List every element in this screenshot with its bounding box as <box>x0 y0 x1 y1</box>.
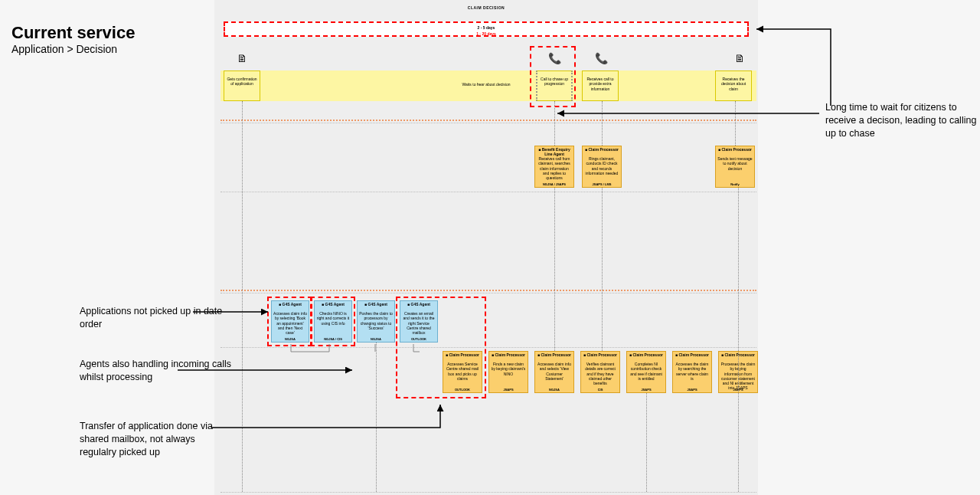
guide-line <box>220 290 756 291</box>
flow-line <box>602 188 603 351</box>
card-footer: JSAPS <box>489 388 528 392</box>
flow-line <box>376 343 377 492</box>
timeline-normal: 2 - 5 days <box>478 25 495 30</box>
flow-line <box>735 101 736 146</box>
guide-line <box>220 492 756 493</box>
role-label: Claim Processor <box>716 147 754 152</box>
flow-line <box>646 393 647 492</box>
annotation: Agents also handling incoming calls whil… <box>80 358 233 384</box>
card-footer: NGJSA <box>272 337 309 341</box>
card-footer: JSAPS <box>627 388 665 392</box>
citizen-step: Receives call to provide extra informati… <box>582 70 619 101</box>
role-label: Claim Processor <box>443 352 482 357</box>
role-label: Claim Processor <box>489 352 528 357</box>
card-body: Accesses Service Centre shared mail box … <box>445 362 480 381</box>
breadcrumb: Application > Decision <box>11 43 117 55</box>
flow-line <box>738 188 739 492</box>
card-body: Finds a new claim by keying claimant's N… <box>491 362 526 376</box>
card-footer: NGJSA / CIS <box>315 337 351 341</box>
document-icon: 🗎 <box>236 52 248 64</box>
role-label: G4S Agent <box>315 302 351 307</box>
phase-label: CLAIM DECISION <box>224 3 749 12</box>
card-body: Rings claimant, conducts ID check and re… <box>584 156 619 175</box>
phone-icon: 📞 <box>548 52 560 64</box>
role-label: G4S Agent <box>400 302 437 307</box>
actor-card-g4s: G4S Agent Accesses claim info by selecti… <box>271 300 309 343</box>
card-footer: JSAPS <box>673 388 711 392</box>
actor-card-cp: Claim Processor Accesses claim info and … <box>534 351 574 393</box>
citizen-step: Waits to hear about decision <box>440 77 532 92</box>
card-footer: OUTLOOK <box>400 337 437 341</box>
annotation: Long time to wait for citizens to receiv… <box>825 101 978 140</box>
guide-line <box>220 120 756 121</box>
card-body: Checks NINO is right and corrects it usi… <box>316 311 350 326</box>
card-footer: NGJSA <box>535 388 573 392</box>
role-label: Claim Processor <box>673 352 711 357</box>
card-footer: NGJSA / JSAPS <box>535 182 573 186</box>
flow-line <box>602 101 603 146</box>
card-body: Creates an email and sends it to the rig… <box>402 311 436 335</box>
role-label: Benefit Enquiry Line Agent <box>535 147 573 157</box>
annotation: Transfer of application done via shared … <box>80 420 233 459</box>
card-footer: Notify <box>716 182 754 186</box>
card-footer: CIS <box>581 388 619 392</box>
actor-card-bel: Benefit Enquiry Line Agent Receives call… <box>534 146 574 188</box>
role-label: G4S Agent <box>272 302 309 307</box>
actor-card-cp: Claim Processor Finds a new claim by key… <box>488 351 528 393</box>
actor-card-g4s: G4S Agent Creates an email and sends it … <box>400 300 438 343</box>
card-body: Accesses the claim by searching the serv… <box>675 362 710 381</box>
document-icon: 🗎 <box>733 52 746 64</box>
flow-line <box>554 188 555 351</box>
citizen-step-chase: Call to chase up progression <box>536 70 573 101</box>
flow-line <box>554 101 555 146</box>
card-footer: NGJSA <box>358 337 394 341</box>
guide-line <box>220 347 756 348</box>
role-label: Claim Processor <box>583 147 621 152</box>
actor-card-g4s: G4S Agent Pushes the claim to processors… <box>357 300 395 343</box>
timeline-bar: 2 - 5 days 1 - 20 days <box>224 21 749 37</box>
actor-card-cp: Claim Processor Accesses Service Centre … <box>443 351 482 393</box>
card-footer: JSAPS / LMS <box>583 182 621 186</box>
actor-card-cp: Claim Processor Sends text message to no… <box>715 146 755 188</box>
card-footer: OUTLOOK <box>443 388 482 392</box>
actor-card-cp: Claim Processor Completes NI contributio… <box>626 351 666 393</box>
arrow-icon <box>750 25 835 125</box>
guide-line <box>220 192 756 192</box>
card-body: Pushes the claim to processors by changi… <box>359 311 393 330</box>
actor-card-cp: Claim Processor Verifies claimant detail… <box>580 351 620 393</box>
guide-line <box>220 293 756 293</box>
phone-icon: 📞 <box>595 52 607 64</box>
page-title: Current service <box>11 23 135 43</box>
card-body: Accesses claim info by selecting 'Book a… <box>273 311 307 335</box>
actor-card-cp: Claim Processor Accesses the claim by se… <box>672 351 712 393</box>
citizen-step: Receives the decision about claim <box>715 70 752 101</box>
flow-line <box>242 101 243 492</box>
role-label: Claim Processor <box>581 352 619 357</box>
card-body: Accesses claim info and selects 'View Cu… <box>537 362 572 381</box>
guide-line <box>220 123 756 123</box>
role-label: Claim Processor <box>627 352 665 357</box>
card-body: Verifies claimant details are correct an… <box>583 362 618 385</box>
actor-card-g4s: G4S Agent Checks NINO is right and corre… <box>314 300 352 343</box>
citizen-step: Gets confirmation of application <box>224 70 260 101</box>
role-label: G4S Agent <box>358 302 394 307</box>
role-label: Claim Processor <box>535 352 573 357</box>
card-body: Completes NI contribution check and see … <box>629 362 664 381</box>
card-body: Receives call from claimant, searches cl… <box>537 156 572 180</box>
actor-card-cp: Claim Processor Rings claimant, conducts… <box>582 146 622 188</box>
timeline-worst: 1 - 20 days <box>476 31 496 36</box>
annotation: Applications not picked up in date order <box>80 305 233 331</box>
card-body: Sends text message to notify about decis… <box>717 156 753 171</box>
